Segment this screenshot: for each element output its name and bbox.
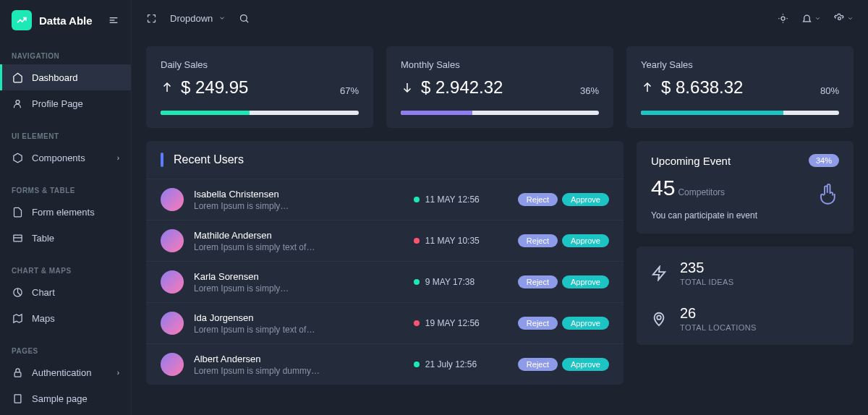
chevron-right-icon: › [117, 154, 119, 162]
sidebar-item-auth[interactable]: Authentication › [0, 359, 131, 385]
approve-button[interactable]: Approve [562, 193, 609, 206]
svg-point-23 [657, 315, 661, 320]
nav-label: Maps [32, 313, 55, 324]
home-icon [12, 72, 23, 83]
sidebar-item-maps[interactable]: Maps [0, 305, 131, 331]
reject-button[interactable]: Reject [518, 317, 558, 330]
progress-fill [401, 111, 472, 115]
avatar [161, 353, 184, 376]
zap-icon [651, 265, 667, 281]
stat-label: Daily Sales [161, 59, 359, 70]
approve-button[interactable]: Approve [562, 275, 609, 288]
stat-label: Monthly Sales [401, 59, 599, 70]
user-name: Ida Jorgensen [194, 312, 404, 323]
brand[interactable]: Datta Able [0, 0, 131, 40]
sidebar-item-table[interactable]: Table [0, 225, 131, 251]
avatar [161, 229, 184, 252]
nav-header-pages: PAGES [0, 340, 131, 359]
approve-button[interactable]: Approve [562, 358, 609, 371]
event-description: You can participate in event [651, 210, 839, 221]
settings-icon[interactable] [834, 13, 854, 24]
sidebar-item-logout[interactable]: Logout [0, 411, 131, 415]
user-date: 11 MAY 12:56 [425, 194, 480, 205]
total-ideas-label: TOTAL IDEAS [680, 278, 734, 286]
total-ideas-value: 235 [680, 260, 734, 276]
page-icon [12, 393, 23, 404]
sidebar-item-profile[interactable]: Profile Page [0, 90, 131, 116]
avatar [161, 188, 184, 211]
approve-button[interactable]: Approve [562, 317, 609, 330]
stat-percent: 80% [820, 85, 839, 96]
event-label: Competitors [678, 187, 725, 197]
progress-bar [161, 111, 359, 115]
avatar [161, 270, 184, 294]
theme-icon[interactable] [778, 13, 788, 24]
stat-value: $ 249.95 [181, 77, 248, 98]
percent-badge: 34% [809, 154, 839, 167]
svg-marker-7 [13, 314, 21, 322]
stat-percent: 67% [340, 85, 359, 96]
fullscreen-icon[interactable] [146, 13, 157, 24]
nav-header-navigation: NAVIGATION [0, 45, 131, 64]
stat-card-1: Monthly Sales $ 2.942.32 36% [386, 46, 613, 128]
sidebar-item-dashboard[interactable]: Dashboard [0, 64, 131, 90]
status-dot [414, 238, 420, 244]
pin-icon [651, 311, 667, 327]
stat-card-2: Yearly Sales $ 8.638.32 80% [626, 46, 854, 128]
avatar [161, 312, 184, 335]
reject-button[interactable]: Reject [518, 275, 558, 288]
nav-label: Components [32, 153, 85, 163]
chevron-down-icon [218, 14, 226, 22]
svg-point-11 [241, 14, 247, 21]
user-subtitle: Lorem Ipsum is simply text of… [194, 242, 404, 252]
topbar: Dropdown [132, 0, 868, 36]
progress-bar [401, 111, 599, 115]
svg-rect-9 [14, 394, 21, 402]
nav-header-forms: FORMS & TABLE [0, 179, 131, 199]
svg-line-12 [246, 20, 248, 22]
sidebar-item-chart[interactable]: Chart [0, 279, 131, 305]
reject-button[interactable]: Reject [518, 193, 558, 206]
stat-value: $ 2.942.32 [421, 77, 503, 98]
topbar-dropdown[interactable]: Dropdown [170, 13, 226, 24]
nav-label: Form elements [32, 207, 95, 218]
notifications-icon[interactable] [801, 13, 821, 24]
user-row: Albert Andersen Lorem Ipsum is simply du… [146, 343, 624, 385]
status-dot [414, 197, 420, 202]
approve-button[interactable]: Approve [562, 234, 609, 247]
file-icon [12, 206, 23, 218]
arrow-up-icon [641, 81, 654, 94]
status-dot [414, 320, 420, 326]
user-row: Isabella Christensen Lorem Ipsum is simp… [146, 179, 624, 220]
table-icon [12, 232, 23, 244]
user-subtitle: Lorem Ipsum is simply dummy… [194, 366, 404, 376]
user-date: 11 MAY 10:35 [425, 236, 480, 246]
nav-label: Chart [32, 287, 55, 298]
upcoming-event-card: Upcoming Event 34% 45 Competitors You ca… [637, 141, 854, 234]
total-locations-value: 26 [680, 305, 757, 322]
arrow-down-icon [401, 81, 414, 94]
sidebar-item-sample[interactable]: Sample page [0, 385, 131, 411]
brand-icon [12, 10, 32, 30]
sidebar-item-form-elements[interactable]: Form elements [0, 199, 131, 225]
reject-button[interactable]: Reject [518, 358, 558, 371]
sidebar-collapse-icon[interactable] [108, 14, 119, 26]
user-row: Karla Sorensen Lorem Ipsum is simply… 9 … [146, 261, 624, 302]
totals-card: 235 TOTAL IDEAS 26 TOTAL LOCATIONS [637, 247, 854, 345]
nav-label: Sample page [32, 393, 88, 404]
svg-point-13 [781, 17, 785, 20]
reject-button[interactable]: Reject [518, 234, 558, 247]
user-date: 19 MAY 12:56 [425, 318, 480, 328]
stat-value: $ 8.638.32 [661, 77, 743, 98]
sidebar-item-components[interactable]: Components › [0, 145, 131, 171]
user-subtitle: Lorem Ipsum is simply text of… [194, 325, 404, 335]
nav-header-chart: CHART & MAPS [0, 260, 131, 279]
nav-label: Profile Page [32, 98, 83, 109]
chevron-right-icon: › [117, 369, 119, 377]
search-icon[interactable] [239, 13, 250, 24]
box-icon [12, 152, 23, 163]
nav-label: Authentication [32, 367, 91, 378]
victory-hand-icon [817, 183, 839, 205]
user-icon [12, 98, 23, 109]
map-icon [12, 312, 23, 324]
